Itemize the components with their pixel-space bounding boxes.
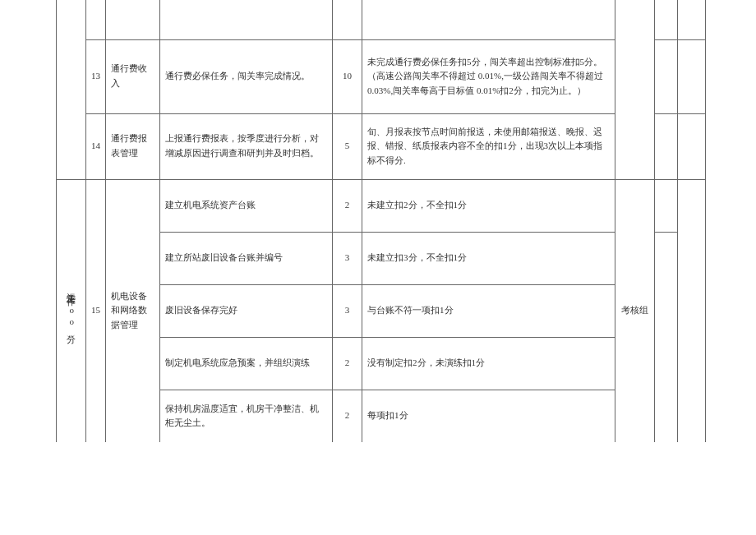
row-criteria: 未建立扣3分，不全扣1分 [362,232,615,284]
cell [333,0,362,39]
cell [655,0,678,39]
cell [160,0,333,39]
assessment-table: 13 通行费收入 通行费必保任务，闯关率完成情况。 10 未完成通行费必保任务扣… [56,0,706,442]
cell [655,113,678,179]
row-content: 建立机电系统资产台账 [160,179,333,232]
row-criteria: 没有制定扣2分，未演练扣1分 [362,337,615,390]
row-item: 通行费收入 [106,39,160,113]
row-criteria: 旬、月报表按节点时间前报送，未使用邮箱报送、晚报、迟报、错报、纸质报表内容不全的… [362,113,615,179]
row-score: 10 [333,39,362,113]
row-item: 机电设备和网络数据管理 [106,179,160,442]
cell [362,0,615,39]
row-score: 2 [333,390,362,442]
table-row-top-partial [57,0,706,39]
cell [678,113,706,179]
group-cell: 考核组 [615,179,655,442]
cell [655,232,678,442]
table-row: 13 通行费收入 通行费必保任务，闯关率完成情况。 10 未完成通行费必保任务扣… [57,39,706,113]
row-content: 通行费必保任务，闯关率完成情况。 [160,39,333,113]
category-cell-upper [57,113,86,179]
row-score: 3 [333,284,362,337]
table-row: 14 通行费报表管理 上报通行费报表，按季度进行分析，对增减原因进行调查和研判并… [57,113,706,179]
row-content: 上报通行费报表，按季度进行分析，对增减原因进行调查和研判并及时归档。 [160,113,333,179]
cell [655,39,678,113]
row-num: 13 [86,39,106,113]
row-criteria: 未建立扣2分，不全扣1分 [362,179,615,232]
row-criteria: 每项扣1分 [362,390,615,442]
cell [106,0,160,39]
group-cell-upper [615,0,655,179]
row-criteria: 与台账不符一项扣1分 [362,284,615,337]
row-num: 14 [86,113,106,179]
category-label: 运营工作（Ioo分） [64,285,79,331]
row-num: 15 [86,179,106,442]
table-row: 运营工作（Ioo分） 15 机电设备和网络数据管理 建立机电系统资产台账 2 未… [57,179,706,232]
cell [678,179,706,442]
row-content: 保持机房温度适宜，机房干净整洁、机柜无尘土。 [160,390,333,442]
cell [86,0,106,39]
row-content: 废旧设备保存完好 [160,284,333,337]
category-cell-upper [57,0,86,39]
category-cell-upper [57,39,86,113]
row-score: 2 [333,179,362,232]
row-content: 制定机电系统应急预案，并组织演练 [160,337,333,390]
row-score: 5 [333,113,362,179]
row-score: 2 [333,337,362,390]
category-cell: 运营工作（Ioo分） [57,179,86,442]
row-score: 3 [333,232,362,284]
cell [678,39,706,113]
row-item: 通行费报表管理 [106,113,160,179]
row-criteria: 未完成通行费必保任务扣5分，闯关率超出控制标准扣5分。（高速公路闯关率不得超过 … [362,39,615,113]
cell [655,179,678,232]
cell [678,0,706,39]
row-content: 建立所站废旧设备台账并编号 [160,232,333,284]
